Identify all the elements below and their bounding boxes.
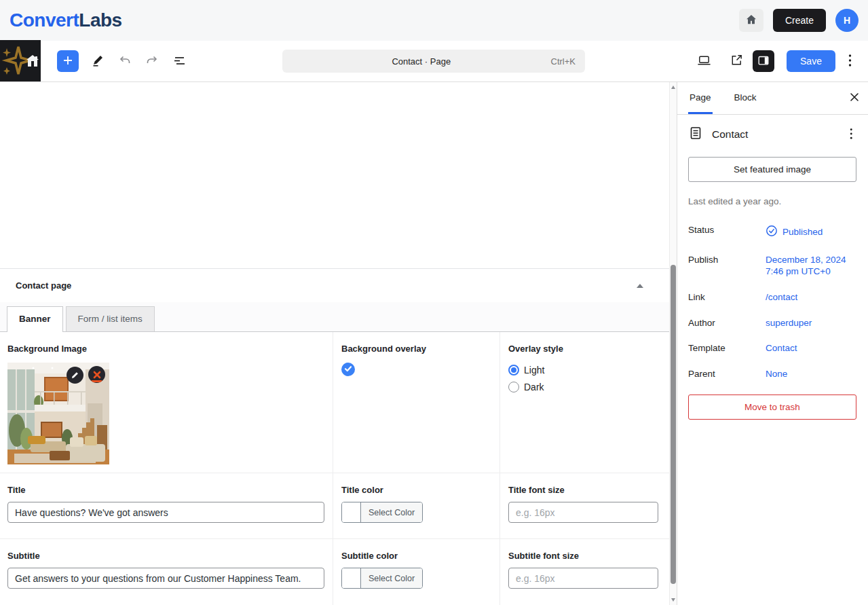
status-row: Status Published — [688, 225, 857, 240]
metabox-tabs: Banner Form / list items — [0, 302, 669, 332]
image-remove-x-icon — [93, 371, 101, 379]
parent-link[interactable]: None — [766, 369, 787, 380]
field-subtitle: Subtitle — [0, 539, 333, 605]
scroll-up-arrow-icon[interactable] — [671, 86, 675, 89]
metabox-header[interactable]: Contact page — [0, 269, 669, 302]
overlay-style-label: Overlay style — [508, 344, 660, 354]
background-overlay-label: Background overlay — [341, 344, 491, 354]
external-link-icon — [730, 53, 744, 69]
field-background-overlay: Background overlay — [333, 332, 500, 473]
color-swatch — [342, 502, 361, 522]
title-font-size-label: Title font size — [508, 485, 660, 495]
status-published-link[interactable]: Published — [766, 225, 823, 240]
title-color-label: Title color — [341, 485, 491, 495]
editor-canvas: Contact page Banner Form / list items Ba… — [0, 82, 669, 605]
title-select-color-button[interactable]: Select Color — [361, 502, 422, 522]
sidebar-panel-icon — [757, 54, 770, 69]
document-summary-row: Contact — [677, 115, 868, 153]
author-row: Author superduper — [688, 318, 857, 329]
template-link[interactable]: Contact — [766, 343, 797, 354]
scrollbar-thumb[interactable] — [671, 265, 676, 584]
page-meta-rows: Status Published Publish December 18, 20… — [688, 225, 857, 380]
radio-unselected-icon — [508, 382, 519, 392]
image-edit-button[interactable] — [67, 367, 83, 384]
field-title-font-size: Title font size — [500, 473, 669, 539]
permalink-link[interactable]: /contact — [766, 292, 797, 304]
close-icon — [849, 92, 860, 105]
site-icon-button[interactable] — [0, 41, 41, 81]
scroll-down-arrow-icon[interactable] — [671, 598, 675, 602]
page-title: Contact — [712, 128, 748, 141]
command-center-bar[interactable]: Contact · Page Ctrl+K — [282, 50, 585, 73]
undo-icon — [117, 53, 132, 70]
brand-logo[interactable]: ConvertLabs — [10, 10, 122, 31]
document-overview-button[interactable] — [168, 50, 190, 72]
tab-form-list-items[interactable]: Form / list items — [66, 306, 155, 331]
command-shortcut: Ctrl+K — [551, 56, 575, 67]
close-sidebar-button[interactable] — [849, 82, 860, 114]
kebab-icon — [850, 128, 853, 142]
document-title: Contact · Page — [292, 56, 551, 67]
home-button[interactable] — [739, 9, 763, 32]
laptop-icon — [696, 52, 712, 70]
tab-banner[interactable]: Banner — [7, 306, 63, 332]
options-menu-button[interactable] — [841, 50, 858, 72]
overlay-style-option-light[interactable]: Light — [508, 365, 660, 375]
template-row: Template Contact — [688, 343, 857, 354]
undo-button[interactable] — [114, 50, 136, 72]
home-icon — [744, 13, 758, 29]
edit-tool-button[interactable] — [87, 50, 109, 72]
save-button[interactable]: Save — [787, 50, 835, 72]
collapse-arrow-icon[interactable] — [637, 284, 643, 288]
field-subtitle-color: Subtitle color Select Color — [333, 539, 500, 605]
field-title-color: Title color Select Color — [333, 473, 500, 539]
publish-date-link[interactable]: December 18, 2024 7:46 pm UTC+0 — [766, 255, 846, 278]
vertical-scrollbar[interactable] — [669, 82, 677, 605]
title-font-size-input[interactable] — [508, 502, 658, 523]
create-button[interactable]: Create — [773, 9, 826, 32]
author-link[interactable]: superduper — [766, 318, 812, 329]
redo-icon — [145, 53, 159, 70]
brand-logo-part1: Convert — [10, 10, 79, 31]
title-label: Title — [7, 485, 324, 495]
last-edited-text: Last edited a year ago. — [688, 196, 857, 206]
page-actions-kebab-button[interactable] — [842, 126, 860, 143]
title-color-picker[interactable]: Select Color — [341, 502, 423, 523]
kebab-icon — [848, 54, 852, 69]
background-image-label: Background Image — [7, 344, 324, 354]
avatar[interactable]: H — [835, 9, 858, 32]
color-swatch — [342, 568, 361, 588]
overlay-style-option-dark[interactable]: Dark — [508, 382, 660, 392]
view-site-button[interactable] — [725, 50, 747, 72]
tab-block[interactable]: Block — [733, 82, 758, 114]
field-background-image: Background Image — [0, 332, 333, 473]
settings-sidebar-toggle[interactable] — [753, 50, 774, 72]
image-remove-button[interactable] — [88, 366, 105, 383]
contact-page-metabox: Contact page Banner Form / list items Ba… — [0, 269, 669, 605]
tab-page[interactable]: Page — [688, 82, 713, 114]
admin-top-bar: ConvertLabs Create H — [0, 0, 868, 41]
subtitle-color-picker[interactable]: Select Color — [341, 568, 423, 589]
title-input[interactable] — [7, 502, 324, 523]
redo-button[interactable] — [141, 50, 163, 72]
subtitle-label: Subtitle — [7, 551, 324, 561]
subtitle-select-color-button[interactable]: Select Color — [361, 568, 422, 588]
block-inserter-plus-icon — [62, 54, 74, 69]
subtitle-color-label: Subtitle color — [341, 551, 491, 561]
move-to-trash-button[interactable]: Move to trash — [688, 395, 856, 420]
subtitle-font-size-label: Subtitle font size — [508, 551, 660, 561]
metabox-title: Contact page — [16, 280, 71, 291]
check-icon — [344, 363, 352, 375]
background-overlay-checkbox[interactable] — [341, 363, 355, 376]
subtitle-input[interactable] — [7, 568, 324, 589]
editor-toolbar: Contact · Page Ctrl+K Save — [0, 41, 868, 82]
block-inserter-button[interactable] — [57, 50, 79, 72]
field-subtitle-font-size: Subtitle font size — [500, 539, 669, 605]
site-icon-gold-sparkle-house — [0, 40, 41, 83]
set-featured-image-button[interactable]: Set featured image — [688, 157, 856, 182]
subtitle-font-size-input[interactable] — [508, 568, 658, 589]
field-overlay-style: Overlay style Light Dark — [500, 332, 669, 473]
background-image-thumbnail[interactable] — [7, 363, 109, 464]
device-preview-button[interactable] — [693, 50, 715, 72]
empty-page-canvas[interactable] — [0, 82, 669, 269]
